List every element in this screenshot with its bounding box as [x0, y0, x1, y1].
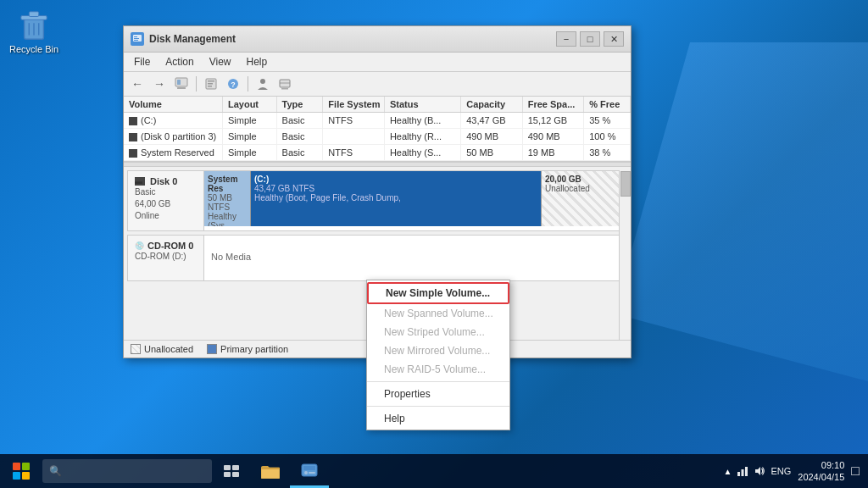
svg-rect-34 [745, 467, 748, 476]
partition-c[interactable]: (C:) 43,47 GB NTFS Healthy (Boot, Page F… [251, 171, 542, 226]
close-button[interactable]: ✕ [604, 31, 624, 47]
svg-point-30 [304, 471, 308, 474]
context-menu-new-mirrored: New Mirrored Volume... [367, 341, 509, 360]
cdrom0-title: 💿 CD-ROM 0 [135, 241, 197, 251]
toolbar-up[interactable] [171, 75, 192, 93]
clock[interactable]: 09:10 2024/04/15 [798, 459, 844, 484]
col-header-type: Type [277, 97, 324, 112]
table-row[interactable]: (Disk 0 partition 3) Simple Basic Health… [124, 129, 631, 145]
toolbar-extra-1[interactable] [253, 75, 273, 93]
title-controls: − □ ✕ [556, 31, 624, 47]
taskbar-left: 🔍 [0, 454, 329, 488]
cell-capacity-p3: 490 MB [461, 129, 523, 144]
svg-rect-7 [134, 36, 137, 37]
col-header-fs: File System [323, 97, 385, 112]
tray-arrow[interactable]: ▲ [724, 467, 732, 476]
cell-fs-sysres: NTFS [323, 145, 385, 160]
table-header: Volume Layout Type File System Status Ca… [124, 97, 631, 113]
menu-view[interactable]: View [203, 54, 238, 69]
svg-rect-33 [742, 469, 744, 476]
context-menu-new-raid5: New RAID-5 Volume... [367, 360, 509, 379]
taskbar-file-explorer[interactable] [251, 454, 290, 488]
col-header-volume: Volume [124, 97, 223, 112]
svg-marker-35 [755, 467, 760, 475]
partition-c-size: 43,47 GB NTFS [254, 184, 537, 193]
notification-icon[interactable]: □ [851, 463, 860, 479]
table-row[interactable]: System Reserved Simple Basic NTFS Health… [124, 145, 631, 161]
cell-status-sysres: Healthy (S... [385, 145, 461, 160]
lang-indicator[interactable]: ENG [771, 466, 791, 476]
cell-layout-p3: Simple [223, 129, 277, 144]
cell-freespace-sysres: 19 MB [523, 145, 585, 160]
col-header-pct: % Free [584, 97, 631, 112]
svg-rect-12 [177, 87, 186, 89]
svg-rect-11 [177, 80, 181, 85]
svg-rect-16 [208, 86, 212, 87]
cdrom0-label: 💿 CD-ROM 0 CD-ROM (D:) [128, 236, 204, 280]
svg-rect-22 [281, 88, 288, 90]
splitter[interactable] [124, 162, 631, 167]
system-tray: ▲ ENG [724, 465, 792, 477]
svg-text:?: ? [231, 80, 236, 89]
legend-primary-box [207, 344, 217, 354]
legend-unallocated-label: Unallocated [144, 344, 193, 354]
context-menu-sep-2 [367, 406, 509, 407]
recycle-bin[interactable]: Recycle Bin [8, 8, 59, 54]
svg-rect-2 [29, 12, 38, 17]
cell-type-sysres: Basic [277, 145, 324, 160]
window-title: Disk Management [149, 33, 236, 45]
toolbar-back[interactable]: ← [127, 75, 147, 93]
toolbar-properties[interactable] [201, 75, 221, 93]
menu-help[interactable]: Help [240, 54, 275, 69]
taskbar-disk-app[interactable] [290, 454, 329, 488]
title-bar-left: Disk Management [131, 32, 236, 46]
table-row[interactable]: (C:) Simple Basic NTFS Healthy (B... 43,… [124, 113, 631, 129]
task-view-button[interactable] [212, 454, 251, 488]
legend-primary-label: Primary partition [220, 344, 288, 354]
partition-c-detail: Healthy (Boot, Page File, Crash Dump, [254, 193, 537, 202]
svg-rect-24 [232, 465, 239, 470]
partition-sysres-title: System Res [208, 175, 247, 193]
disk0-row: ▬ Disk 0 Basic64,00 GBOnline System Res … [127, 170, 627, 231]
start-button[interactable] [0, 454, 42, 488]
partition-system-res[interactable]: System Res 50 MB NTFS Healthy (Sys [204, 171, 251, 226]
context-menu-properties[interactable]: Properties [367, 385, 509, 403]
context-menu-help[interactable]: Help [367, 409, 509, 428]
menu-file[interactable]: File [127, 54, 157, 69]
context-menu-sep-1 [367, 381, 509, 382]
scrollbar-thumb[interactable] [620, 171, 631, 197]
maximize-button[interactable]: □ [580, 31, 600, 47]
toolbar-extra-2[interactable] [275, 75, 295, 93]
cell-pct-c: 35 % [584, 113, 631, 128]
svg-rect-32 [737, 472, 740, 476]
cdrom0-partitions: No Media [204, 236, 626, 278]
menu-bar: File Action View Help [124, 53, 631, 72]
partition-sysres-detail: Healthy (Sys [208, 212, 247, 226]
partition-sysres-size: 50 MB NTFS [208, 193, 247, 212]
toolbar-forward[interactable]: → [149, 75, 170, 93]
legend-primary: Primary partition [207, 344, 288, 354]
cell-type-p3: Basic [277, 129, 324, 144]
svg-rect-14 [208, 80, 214, 82]
minimize-button[interactable]: − [556, 31, 576, 47]
svg-rect-9 [134, 40, 138, 41]
recycle-bin-icon [19, 8, 49, 42]
toolbar-help[interactable]: ? [223, 75, 243, 93]
menu-action[interactable]: Action [159, 54, 200, 69]
partition-unallocated[interactable]: 20,00 GB Unallocated [542, 171, 626, 226]
cdrom0-info: CD-ROM (D:) [135, 251, 197, 263]
cell-layout-sysres: Simple [223, 145, 277, 160]
window-icon [131, 32, 144, 46]
cell-pct-p3: 100 % [584, 129, 631, 144]
context-menu-new-simple[interactable]: New Simple Volume... [367, 282, 509, 304]
legend-unallocated: Unallocated [131, 344, 193, 354]
context-menu: New Simple Volume... New Spanned Volume.… [366, 280, 510, 430]
svg-rect-29 [303, 466, 315, 470]
context-menu-new-spanned: New Spanned Volume... [367, 304, 509, 323]
cell-capacity-sysres: 50 MB [461, 145, 523, 160]
disk0-info: Basic64,00 GBOnline [135, 186, 197, 222]
scrollbar-track[interactable] [619, 170, 631, 340]
recycle-bin-label: Recycle Bin [9, 44, 58, 54]
disk0-partitions: System Res 50 MB NTFS Healthy (Sys (C:) … [204, 171, 626, 226]
taskbar-search[interactable]: 🔍 [42, 459, 212, 483]
